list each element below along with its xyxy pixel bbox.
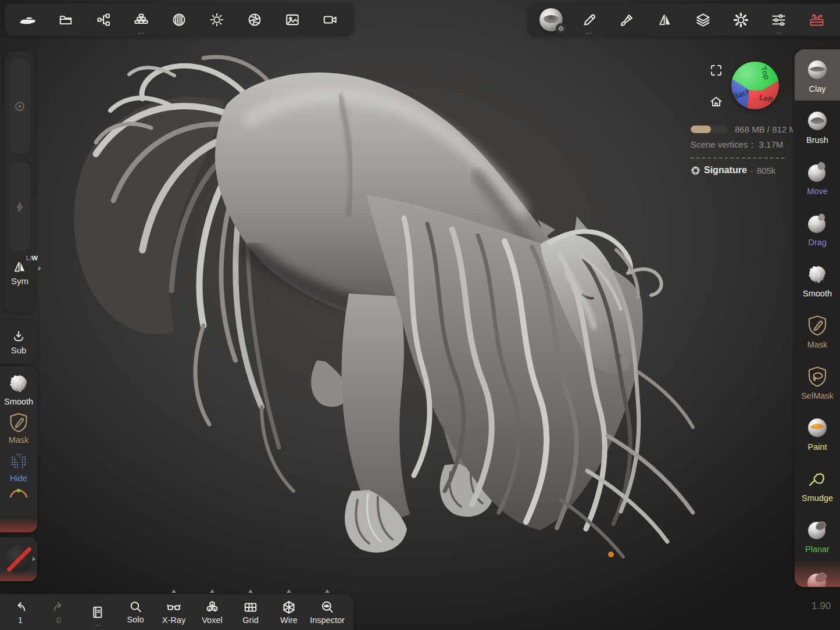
quick-tool-smooth[interactable]: Smooth [4, 371, 33, 406]
tool-selmask[interactable]: SelMask [795, 356, 840, 407]
flatten-sphere-icon [805, 565, 830, 587]
gizmo-icon-partial[interactable] [9, 487, 28, 497]
menu-arrow-icon [171, 589, 176, 593]
toolbox-button[interactable] [804, 7, 830, 33]
mask-shield-icon [805, 313, 830, 338]
tool-smooth[interactable]: Smooth [795, 254, 840, 305]
wire-button[interactable]: Wire [270, 594, 308, 630]
top-left-toolbar: … [5, 3, 353, 36]
expand-arrow-icon [33, 557, 35, 561]
signature-label: Signature [704, 165, 747, 176]
left-quick-tools-panel: Smooth Mask Hide [0, 366, 37, 532]
postprocess-aperture-button[interactable] [242, 7, 267, 33]
no-material-button[interactable] [5, 546, 32, 572]
menu-arrow-icon [287, 589, 291, 593]
orientation-cube[interactable]: Top Back Left [731, 62, 779, 109]
selmask-shield-icon [805, 364, 830, 389]
wireframe-icon [281, 600, 296, 615]
solo-button[interactable]: Solo [116, 594, 155, 630]
symmetry-toggle[interactable]: L/W Sym [11, 259, 28, 286]
menu-arrow-icon [248, 589, 253, 593]
redo-button[interactable]: 0 [40, 594, 78, 630]
memory-text: 868 MB / 812 M [735, 124, 793, 134]
layers-button[interactable] [690, 7, 716, 33]
radius-slider[interactable] [9, 59, 30, 153]
planar-sphere-icon [805, 517, 830, 543]
symmetry-mirror-button[interactable] [652, 7, 678, 33]
mask-shield-icon [6, 410, 31, 435]
voxel-cubes-icon [205, 600, 220, 615]
tool-flatten-partial[interactable] [795, 561, 840, 587]
matcap-gear-badge [556, 23, 566, 34]
notebook-icon [90, 605, 105, 620]
tool-brush[interactable]: Brush [795, 101, 840, 152]
no-material-panel [0, 537, 37, 581]
tool-smudge[interactable]: Smudge [795, 459, 840, 510]
grid-icon [243, 600, 258, 615]
undo-button[interactable]: 1 [1, 594, 40, 630]
paint-sphere-icon [805, 415, 830, 441]
tool-planar[interactable]: Planar [795, 510, 840, 561]
intensity-slider[interactable] [9, 163, 30, 251]
matcap-sphere-button[interactable] [538, 7, 564, 33]
sliders-button[interactable]: … [766, 7, 792, 33]
signature-row: Signature · 805k [691, 165, 793, 176]
home-view-button[interactable] [709, 95, 723, 111]
drag-sphere-icon [805, 210, 830, 236]
more-indicator: … [138, 28, 145, 34]
tool-paint[interactable]: Paint [795, 407, 840, 459]
quick-tool-mask[interactable]: Mask [6, 410, 31, 445]
undo-count: 1 [18, 615, 23, 625]
fullscreen-button[interactable] [709, 63, 723, 80]
left-slider-panel: L/W Sym [5, 51, 35, 313]
radius-icon [13, 100, 26, 113]
paintbrush-button[interactable] [614, 7, 640, 33]
right-tool-sidebar: Clay Brush Move Drag Smooth Mask SelMask… [795, 49, 840, 587]
smudge-finger-icon [805, 466, 830, 492]
material-sphere-button[interactable] [166, 7, 192, 33]
redo-arrow-icon [51, 600, 66, 615]
grid-button[interactable]: Grid [231, 594, 270, 630]
menu-arrow-icon [325, 589, 330, 593]
pencil-button[interactable]: … [576, 7, 602, 33]
pivot-indicator-dot [608, 552, 614, 557]
expand-arrow-icon [38, 266, 41, 271]
voxel-button[interactable]: Voxel [193, 594, 231, 630]
more-indicator: … [585, 28, 593, 34]
inspector-eye-icon [320, 600, 335, 615]
symmetry-label: Sym [11, 276, 28, 286]
notes-button[interactable]: … [78, 594, 116, 630]
tool-drag[interactable]: Drag [795, 203, 840, 254]
memory-row: 868 MB / 812 M [691, 124, 793, 134]
inspector-button[interactable]: Inspector [308, 594, 346, 630]
smooth-sphere-icon [6, 371, 31, 396]
app-logo-icon[interactable] [15, 7, 41, 33]
glasses-icon [166, 600, 181, 615]
menu-arrow-icon [210, 589, 215, 593]
smooth-sphere-icon [805, 262, 830, 287]
settings-gear-button[interactable] [728, 7, 753, 33]
memory-bar-fill [691, 126, 711, 133]
sub-button[interactable]: Sub [0, 321, 37, 364]
lighting-sun-button[interactable] [204, 7, 230, 33]
more-indicator: … [94, 621, 101, 627]
scene-vertices-row: Scene vertices： 3.17M [691, 139, 793, 151]
symmetry-mode-label: L/W [26, 255, 38, 262]
signature-count: 805k [757, 166, 776, 176]
move-sphere-icon [805, 159, 830, 185]
memory-bar [691, 126, 728, 133]
more-indicator: … [775, 28, 782, 34]
tool-mask[interactable]: Mask [795, 305, 840, 356]
quick-tool-hide[interactable]: Hide [6, 449, 31, 483]
xray-button[interactable]: X-Ray [155, 594, 193, 630]
tool-move[interactable]: Move [795, 152, 840, 203]
scene-graph-button[interactable] [91, 7, 116, 33]
redo-count: 0 [56, 615, 61, 625]
tool-clay[interactable]: Clay [795, 49, 840, 101]
stats-readout: 868 MB / 812 M Scene vertices： 3.17M Sig… [691, 124, 793, 176]
camera-video-button[interactable] [317, 7, 343, 33]
background-image-button[interactable] [280, 7, 305, 33]
clay-sphere-icon [805, 57, 830, 83]
topology-bricks-button[interactable]: … [128, 7, 154, 33]
files-folder-button[interactable] [53, 7, 78, 33]
